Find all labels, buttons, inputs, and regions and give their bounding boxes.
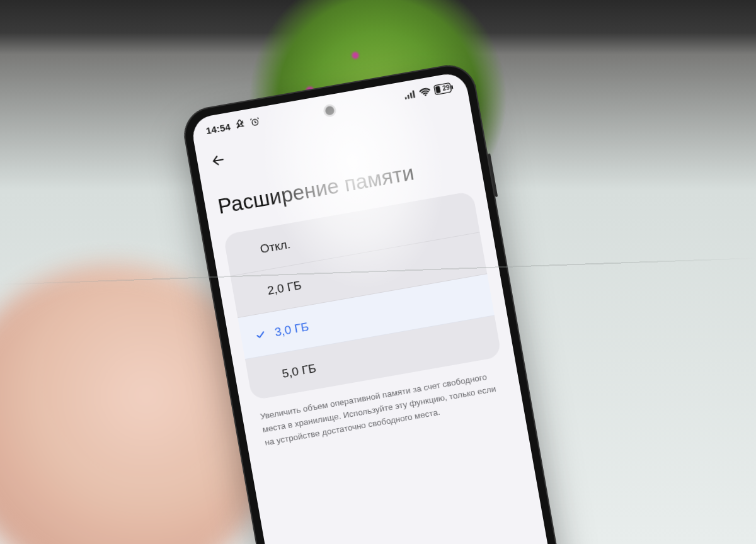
memory-option-label: 2,0 ГБ <box>266 278 302 298</box>
alarm-icon <box>249 116 261 128</box>
status-time: 14:54 <box>205 121 231 136</box>
svg-rect-3 <box>410 93 412 98</box>
back-arrow-icon <box>209 151 227 170</box>
memory-option-label: Откл. <box>259 237 291 256</box>
photo-background: 14:54 <box>0 0 756 544</box>
phone-screen: 14:54 <box>190 71 566 544</box>
mute-icon <box>234 118 246 130</box>
svg-rect-1 <box>405 97 407 99</box>
back-button[interactable] <box>208 145 237 174</box>
settings-page: Расширение памяти Откл.2,0 ГБ3,0 ГБ5,0 Г… <box>195 98 566 544</box>
battery-icon: 29 <box>433 82 454 95</box>
cellular-signal-icon <box>404 89 416 100</box>
memory-options-list: Откл.2,0 ГБ3,0 ГБ5,0 ГБ <box>223 191 501 400</box>
memory-option-label: 5,0 ГБ <box>281 361 317 381</box>
svg-rect-2 <box>407 94 410 99</box>
svg-rect-7 <box>435 86 441 93</box>
memory-option-label: 3,0 ГБ <box>273 320 309 339</box>
wifi-icon <box>418 87 431 98</box>
svg-rect-4 <box>412 91 415 98</box>
checkmark-icon <box>254 329 267 341</box>
